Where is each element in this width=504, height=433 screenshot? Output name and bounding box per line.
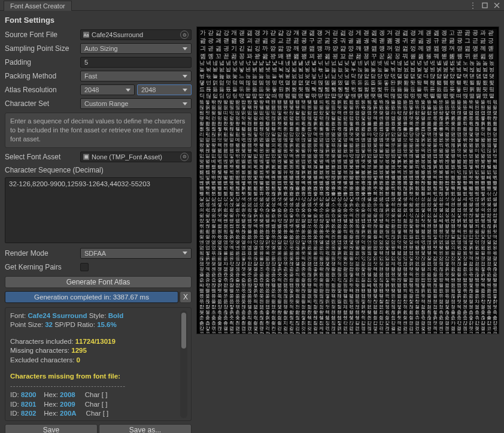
svg-rect-0 [482, 3, 487, 8]
padding-input[interactable] [80, 57, 192, 68]
select-font-asset-label: Select Font Asset [5, 153, 77, 161]
chevron-down-icon [183, 102, 187, 105]
close-icon[interactable] [493, 2, 500, 9]
progress-bar: Generation completed in: 3387.67 ms [5, 291, 178, 303]
chevron-down-icon [183, 75, 187, 78]
char-seq-textarea[interactable]: 32-126,8200-9900,12593-12643,44032-55203 [5, 177, 192, 243]
section-header: Font Settings [5, 14, 192, 27]
chevron-down-icon [183, 252, 187, 255]
chevron-down-icon [183, 47, 187, 50]
progress-text: Generation completed in: 3387.67 ms [5, 292, 178, 302]
chevron-down-icon [183, 89, 187, 92]
help-text: Enter a sequence of decimal values to de… [5, 113, 192, 148]
object-picker-icon[interactable]: ⊙ [180, 153, 189, 161]
font-icon: Aa [83, 32, 89, 38]
atlas-label: Atlas Resolution [5, 86, 77, 94]
render-mode-dropdown[interactable]: SDFAA [80, 248, 192, 259]
chevron-down-icon [126, 89, 130, 92]
menu-icon[interactable]: ⋮ [469, 2, 476, 9]
save-as-button[interactable]: Save as... [99, 424, 192, 433]
packing-dropdown[interactable]: Fast [80, 71, 192, 81]
object-picker-icon[interactable]: ⊙ [180, 31, 189, 39]
cancel-button[interactable]: X [180, 291, 192, 303]
charset-label: Character Set [5, 99, 77, 108]
output-log: Font: Cafe24 Ssurround Style: Bold Point… [5, 307, 192, 421]
render-mode-label: Render Mode [5, 249, 77, 258]
padding-label: Padding [5, 58, 77, 66]
atlas-height-dropdown[interactable]: 2048 [137, 84, 192, 95]
source-font-field[interactable]: Aa Cafe24Ssurround ⊙ [80, 29, 192, 40]
output-scrollbar[interactable] [180, 310, 187, 418]
sampling-label: Sampling Point Size [5, 44, 77, 53]
atlas-preview: 가갇갎강개갣갪갱갸갿걆걍걔걛걢걩거걷걾겅게겓겚겡겨겯겶경계곋곒곙고곧곮공과괃괊광… [196, 26, 499, 334]
save-button[interactable]: Save [5, 424, 98, 433]
select-font-asset-value: None (TMP_Font Asset) [92, 153, 162, 161]
maximize-icon[interactable] [481, 2, 488, 9]
char-seq-label: Character Sequence (Decimal) [5, 165, 192, 175]
source-font-value: Cafe24Ssurround [92, 31, 143, 38]
window-tab[interactable]: Font Asset Creator [4, 1, 72, 11]
kerning-checkbox[interactable] [80, 263, 89, 271]
asset-icon: ▦ [83, 154, 89, 160]
select-font-asset-field[interactable]: ▦ None (TMP_Font Asset) ⊙ [80, 152, 192, 162]
generate-button[interactable]: Generate Font Atlas [5, 276, 192, 288]
packing-label: Packing Method [5, 72, 77, 80]
source-font-label: Source Font File [5, 31, 77, 39]
atlas-width-dropdown[interactable]: 2048 [80, 84, 135, 95]
charset-dropdown[interactable]: Custom Range [80, 98, 192, 109]
sampling-dropdown[interactable]: Auto Sizing [80, 43, 192, 54]
kerning-label: Get Kerning Pairs [5, 263, 77, 271]
titlebar: Font Asset Creator ⋮ [0, 0, 504, 11]
